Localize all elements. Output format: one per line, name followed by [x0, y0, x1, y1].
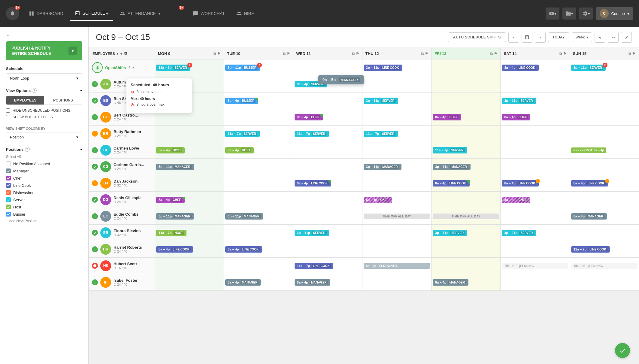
shift-cell[interactable]	[501, 126, 570, 142]
shift-cell[interactable]: 8a – 4pMANAGER	[432, 274, 501, 291]
shift-cell[interactable]	[501, 241, 570, 258]
shift-cell[interactable]	[224, 175, 293, 192]
shift-badge[interactable]: 8a – 4pCHEF	[295, 114, 323, 120]
shift-cell[interactable]: 8a – 4pLINE COOK !	[570, 175, 639, 192]
shift-badge[interactable]: 3p – 11pMANAGER	[364, 164, 401, 170]
shift-badge[interactable]: 8a – 4pLINE COOK	[571, 180, 608, 187]
busser-checkbox[interactable]	[6, 212, 11, 217]
shift-cell[interactable]	[501, 208, 570, 225]
shift-cell[interactable]: 11a – 7pSERVER	[432, 142, 501, 159]
shift-cell[interactable]: 11a – 7pLINE COOK	[293, 258, 362, 274]
manager-checkbox[interactable]	[6, 168, 11, 173]
nav-scheduler[interactable]: SCHEDULER	[70, 6, 113, 21]
nav-dashboard[interactable]: DASHBOARD	[24, 6, 68, 21]
shift-badge[interactable]: 11a – 7p SERVER	[156, 65, 190, 71]
view-options-collapse-icon[interactable]: ▾	[80, 88, 82, 93]
shift-badge[interactable]: 8a – 4pMANAGER	[571, 213, 607, 220]
shift-cell[interactable]: 3p – 11pSERVER	[293, 225, 362, 241]
shift-badge[interactable]: 11a – 7pSERVER	[364, 131, 398, 137]
open-shift-mon[interactable]: 11a – 7p SERVER 2	[155, 59, 224, 76]
shift-cell[interactable]	[570, 76, 639, 93]
shift-cell[interactable]	[432, 241, 501, 258]
fab-button[interactable]	[615, 343, 630, 358]
open-shifts-expand[interactable]: ▾	[132, 66, 134, 70]
shift-cell[interactable]: 8a – 4pCHEF	[501, 109, 570, 126]
publish-notify-button[interactable]: PUBLISH & NOTIFY ENTIRE SCHEDULE ▾	[6, 41, 82, 60]
shift-badge[interactable]: 8a – 4pHOST	[156, 147, 185, 153]
shift-cell[interactable]: 3p – 11pMANAGER	[155, 208, 224, 225]
positions-collapse-icon[interactable]: ▾	[80, 147, 82, 152]
shift-badge[interactable]: 11a – 7pLINE COOK	[571, 246, 610, 253]
shift-cell[interactable]	[293, 159, 362, 175]
shift-badge[interactable]: 3p – 11pMANAGER	[156, 213, 194, 220]
shift-badge[interactable]: 11a – 7pSERVER	[433, 147, 467, 153]
shift-badge[interactable]: 8a – 4pLINE COOK	[295, 180, 332, 187]
thu-copy-icon[interactable]: ⧉	[421, 52, 424, 56]
shift-cell[interactable]: 8a – 4pLINE COOK	[224, 241, 293, 258]
week-view-select[interactable]: Week ▾	[572, 32, 592, 42]
shift-badge[interactable]: 8a – 4pLINE COOK	[156, 246, 193, 253]
shift-cell[interactable]: TIME OFF [PENDING	[501, 258, 570, 274]
shift-cell[interactable]	[570, 225, 639, 241]
shift-badge[interactable]: 8a – 4pMANAGER	[225, 279, 261, 286]
shift-cell[interactable]	[224, 258, 293, 274]
fullscreen-icon-btn[interactable]: ⤢	[621, 32, 632, 43]
shift-cell[interactable]: 11a – 7pSERVER	[362, 126, 431, 142]
shift-cell[interactable]	[362, 225, 431, 241]
shift-badge[interactable]: 3p – 11pMANAGER	[156, 164, 194, 170]
open-shift-wed[interactable]	[293, 59, 362, 76]
shift-cell[interactable]	[570, 192, 639, 208]
open-shift-sun[interactable]: 3p – 11p SERVER 2	[570, 59, 639, 76]
shift-badge[interactable]: 11a – 7pSERVER	[295, 131, 329, 137]
shift-cell[interactable]	[570, 274, 639, 291]
shift-badge[interactable]: 11a – 7pLINE COOK	[295, 263, 333, 269]
shift-cell[interactable]	[155, 274, 224, 291]
shift-cell[interactable]	[293, 208, 362, 225]
hide-unscheduled-checkbox[interactable]: HIDE UNSCHEDULED POSITIONS	[6, 108, 82, 113]
manager-shift-tooltip[interactable]: 9a – 5p MANAGER	[318, 75, 364, 84]
shift-badge[interactable]: 8a – 4pCHEF	[433, 114, 461, 120]
shift-cell[interactable]	[432, 258, 501, 274]
calendar-icon-btn[interactable]	[522, 32, 532, 43]
shift-cell[interactable]: TIME OFF [PENDING	[570, 258, 639, 274]
shift-badge[interactable]: 11a – 7pSERVER	[225, 131, 259, 137]
edit-icon-btn[interactable]: ✏	[608, 32, 619, 43]
shift-cell[interactable]	[362, 241, 431, 258]
open-shift-tue[interactable]: 3p – 11p BUSSER 3	[224, 59, 293, 76]
shift-cell[interactable]	[224, 109, 293, 126]
shift-cell[interactable]: 8a – 4pLINE COOK	[293, 175, 362, 192]
thu-add-icon[interactable]: ⚑	[425, 52, 428, 56]
linecook-checkbox[interactable]	[6, 183, 11, 188]
shift-cell[interactable]	[362, 175, 431, 192]
shift-cell[interactable]: 8a – 4pCHEF	[155, 192, 224, 208]
nav-attendance[interactable]: ATTENDANCE ▾	[115, 6, 165, 21]
shift-badge[interactable]: 8a – 4pMANAGER	[433, 279, 468, 286]
shift-cell[interactable]	[570, 126, 639, 142]
building-btn[interactable]: ▾	[562, 8, 576, 20]
shift-cell[interactable]: 8a – 4pMANAGER	[224, 274, 293, 291]
shift-badge[interactable]: 8a – 4pHOST	[225, 147, 254, 153]
shift-cell[interactable]: 3p – 11pSERVER	[501, 225, 570, 241]
shift-badge[interactable]: 8a – 4pCHEF	[502, 114, 530, 120]
shift-cell[interactable]: 3p – 11pMANAGER	[432, 159, 501, 175]
schedule-location-select[interactable]: North Loop ▾	[6, 73, 82, 83]
shift-cell[interactable]	[432, 76, 501, 93]
shift-color-select[interactable]: Position ▾	[6, 132, 82, 142]
shift-cell[interactable]	[362, 109, 431, 126]
shift-cell[interactable]	[570, 159, 639, 175]
shift-badge[interactable]: 8a – 4pBUSSER	[225, 98, 258, 104]
shift-badge[interactable]: 3p – 11pSERVER	[433, 230, 467, 236]
wed-add-icon[interactable]: ⚑	[356, 52, 359, 56]
shift-badge-striped[interactable]: 8a – 4pCHEF	[364, 197, 392, 203]
shift-badge[interactable]: 3p – 11pSERVER	[502, 230, 536, 236]
open-shift-sat[interactable]: 8a – 4p LINE COOK	[501, 59, 570, 76]
shift-cell[interactable]: 3p – 11pSERVER	[362, 93, 431, 109]
shift-cell[interactable]: 8a – 4pCHEF	[293, 109, 362, 126]
shift-cell[interactable]	[362, 274, 431, 291]
fri-copy-icon[interactable]: ⧉	[490, 52, 493, 56]
shift-cell[interactable]: 3p – 11pMANAGER	[224, 208, 293, 225]
server-checkbox[interactable]	[6, 197, 11, 202]
workchat-notif[interactable]: 9+	[170, 7, 183, 20]
shift-cell[interactable]	[362, 142, 431, 159]
shift-cell[interactable]: 3p – 11pMANAGER	[155, 159, 224, 175]
